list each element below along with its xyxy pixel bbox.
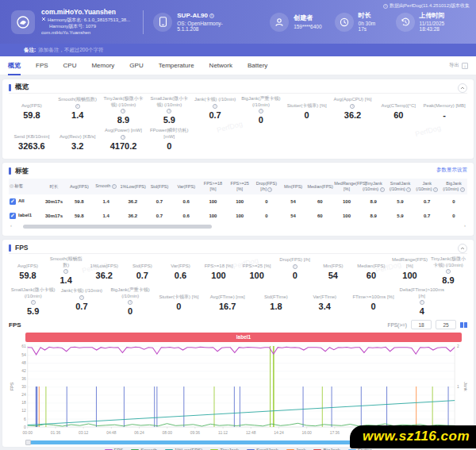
tab-fps[interactable]: FPS bbox=[36, 56, 48, 75]
info-icon[interactable]: i bbox=[420, 300, 424, 305]
chart-settings-icon[interactable] bbox=[460, 322, 467, 328]
stat-label: Var(FPS) bbox=[163, 256, 198, 269]
info-icon[interactable]: i bbox=[433, 187, 438, 192]
fps-threshold-input-2[interactable]: 25 bbox=[436, 320, 456, 329]
col-header-smalljank-10min: SmallJank (/10min) i bbox=[387, 179, 414, 194]
stat-label: Avg(FPS) bbox=[10, 96, 53, 109]
tab-cpu[interactable]: CPU bbox=[63, 56, 77, 75]
svg-text:17:36: 17:36 bbox=[330, 431, 340, 435]
stat-avg-ftime-ms: Avg(FTime) [ms]16.7 bbox=[203, 287, 251, 316]
tab-gpu[interactable]: GPU bbox=[129, 56, 143, 75]
row-checkbox[interactable]: ✓ bbox=[10, 213, 16, 219]
info-icon[interactable]: i bbox=[259, 109, 263, 113]
stat-label: Std(FTime) bbox=[253, 287, 298, 300]
label1-band: label1 bbox=[25, 333, 462, 342]
row-checkbox[interactable]: ✓ bbox=[10, 198, 16, 205]
stat-value: 0.7 bbox=[194, 110, 236, 120]
info-icon[interactable]: i bbox=[406, 187, 411, 192]
table-cell: 54 bbox=[280, 194, 307, 209]
info-icon[interactable]: i bbox=[31, 300, 36, 305]
param-display-settings-link[interactable]: 参数显示设置 bbox=[436, 167, 467, 174]
remark-bar[interactable]: 备注: 添加备注，不超过200个字符 bbox=[0, 44, 476, 56]
info-icon[interactable]: i bbox=[75, 104, 80, 109]
svg-text:01:36: 01:36 bbox=[51, 431, 61, 435]
fps-collapse-button[interactable] bbox=[458, 244, 467, 253]
chart-scroll-handle[interactable] bbox=[25, 440, 31, 445]
svg-text:0: 0 bbox=[24, 425, 26, 429]
stat-label: FPS>=18 [%] bbox=[201, 256, 236, 269]
device-info-icon[interactable]: i bbox=[209, 13, 214, 18]
stat-ftime-100ms-%: FTime>=100ms [%]0 bbox=[349, 287, 397, 316]
svg-text:48: 48 bbox=[21, 361, 26, 365]
stat-label: Median(FPS) bbox=[354, 256, 389, 269]
info-icon[interactable]: i bbox=[167, 109, 171, 113]
stat-label: FPower(瞬时功耗) [mW] bbox=[148, 127, 190, 140]
creator-block: 创建者 159****6400 bbox=[270, 13, 321, 32]
table-cell: 59.8 bbox=[66, 209, 93, 223]
stat-label: Avg(FTime) [ms] bbox=[205, 287, 250, 300]
stat-value: 3.2 bbox=[56, 141, 99, 151]
tab-概览[interactable]: 概览 bbox=[8, 56, 21, 75]
table-cell: 100 bbox=[333, 194, 360, 209]
tags-title: 标签 bbox=[15, 167, 29, 176]
tab-battery[interactable]: Battery bbox=[248, 56, 267, 75]
info-icon[interactable]: i bbox=[121, 135, 125, 140]
info-icon[interactable]: i bbox=[380, 187, 385, 192]
stat-value: 1.8 bbox=[253, 302, 298, 311]
stat-label: Send [KB/10min] bbox=[10, 127, 53, 140]
table-cell: 100 bbox=[226, 209, 253, 223]
fps-title-row: FPS bbox=[9, 242, 467, 254]
app-package: com.miHoYo.Yuanshen bbox=[41, 29, 90, 36]
scroll-right-arrow[interactable]: › bbox=[464, 223, 466, 228]
export-button[interactable]: 导出 ↓ bbox=[449, 62, 468, 69]
visibility-icon[interactable]: ◎ bbox=[10, 183, 13, 188]
info-icon[interactable]: i bbox=[446, 269, 451, 274]
tags-hscrollbar[interactable]: ‹ › bbox=[13, 225, 463, 229]
stat-label: FTime>=100ms [%] bbox=[351, 287, 396, 300]
info-icon[interactable]: i bbox=[112, 184, 117, 189]
table-cell: 100 bbox=[200, 209, 227, 223]
table-cell: 30m17s bbox=[42, 209, 66, 223]
info-icon[interactable]: i bbox=[267, 187, 272, 192]
table-cell: 0 bbox=[253, 209, 280, 223]
svg-text:2: 2 bbox=[457, 344, 459, 348]
stat-value: 36.2 bbox=[86, 271, 121, 280]
duration-value: 0h 30m 17s bbox=[359, 21, 385, 32]
remark-placeholder: 添加备注，不超过200个字符 bbox=[38, 47, 103, 54]
info-icon[interactable]: i bbox=[213, 104, 217, 109]
device-block: SUP-AL90i OS: OpenHarmony-5.1.1.208 bbox=[153, 12, 243, 33]
col-header-1%low-fps: 1%Low(FPS) bbox=[119, 179, 146, 194]
stat-value: 0 bbox=[240, 115, 282, 125]
tag-name: label1 bbox=[18, 213, 32, 217]
info-icon[interactable]: i bbox=[121, 109, 125, 113]
svg-text:54: 54 bbox=[21, 353, 26, 357]
tag-name: All bbox=[18, 198, 25, 203]
info-icon[interactable]: i bbox=[128, 300, 132, 305]
fps-stats-row2: SmallJank(微小卡顿) (/10min)i5.9Jank(卡顿) (/1… bbox=[9, 287, 467, 316]
scrollbar-thumb[interactable] bbox=[23, 225, 212, 229]
tab-temperature[interactable]: Temperature bbox=[159, 56, 194, 75]
tab-memory[interactable]: Memory bbox=[91, 56, 114, 75]
table-cell: 1.4 bbox=[93, 194, 120, 209]
info-icon[interactable]: i bbox=[350, 104, 355, 109]
col-header-时长: 时长 bbox=[42, 179, 66, 194]
stat-label: Std(FPS) bbox=[125, 256, 159, 269]
stat-label: Avg(Recv) [KB/s] bbox=[56, 127, 99, 140]
stat-std-fps: Std(FPS)0.7 bbox=[123, 256, 161, 285]
stat-value: 60 bbox=[354, 271, 389, 280]
upload-label: 上传时间 bbox=[420, 12, 465, 20]
svg-text:36: 36 bbox=[21, 377, 26, 381]
info-icon[interactable]: i bbox=[79, 295, 84, 300]
stat-label: MedRange(FPS)[%] bbox=[392, 256, 428, 269]
overview-collapse-button[interactable] bbox=[458, 83, 467, 93]
info-icon[interactable]: i bbox=[460, 187, 465, 192]
info-icon[interactable]: i bbox=[63, 269, 68, 274]
svg-text:03:12: 03:12 bbox=[79, 431, 89, 435]
col-header-median-fps: Median(FPS) bbox=[306, 179, 333, 194]
tab-network[interactable]: Network bbox=[209, 56, 232, 75]
scroll-left-arrow[interactable]: ‹ bbox=[10, 223, 12, 228]
table-cell: 5.9 bbox=[387, 194, 414, 209]
fps-threshold-input-1[interactable]: 18 bbox=[411, 320, 432, 329]
table-cell: 0.7 bbox=[146, 194, 173, 209]
info-icon[interactable]: i bbox=[293, 264, 298, 269]
